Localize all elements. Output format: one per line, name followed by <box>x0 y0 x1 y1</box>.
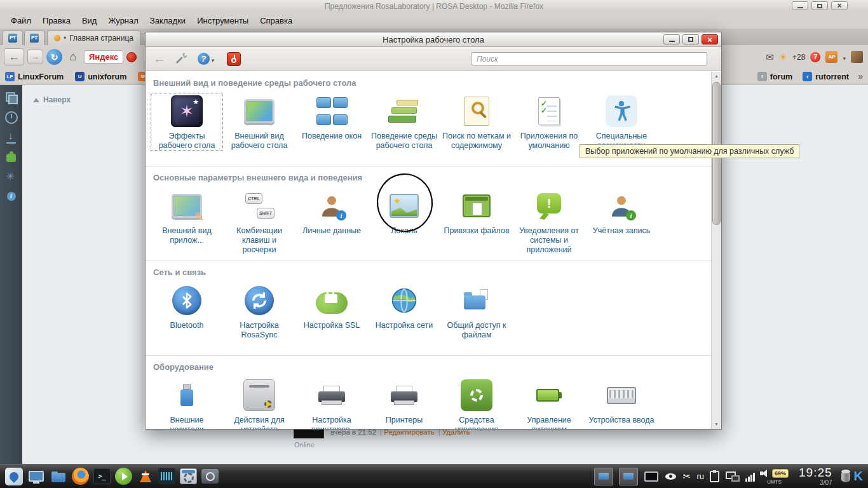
settings-item-bluetooth[interactable]: Bluetooth <box>151 282 223 330</box>
profile-avatar[interactable] <box>851 51 863 63</box>
vlc-icon[interactable] <box>137 468 154 485</box>
usb-device-icon[interactable] <box>710 470 720 483</box>
bookmarks-overflow-chevron[interactable]: » <box>858 71 863 81</box>
help-button[interactable] <box>198 53 214 65</box>
kb-layout-icon[interactable]: ru <box>696 471 704 481</box>
settings-item-locale[interactable]: ★Локаль <box>368 187 440 236</box>
menu-item-6[interactable]: Справка <box>254 15 298 27</box>
back-to-top-link[interactable]: Наверх <box>33 95 71 104</box>
settings-item-printer-config[interactable]: Настройка принтеров, <box>295 377 368 429</box>
forward-button[interactable] <box>27 50 43 64</box>
volume-icon[interactable] <box>760 468 771 478</box>
settings-item-workspace-appearance[interactable]: Внешний вид рабочего стола <box>223 93 295 151</box>
app-window-2-icon[interactable] <box>619 468 638 485</box>
settings-item-device-actions[interactable]: Действия для устройств <box>223 377 295 429</box>
terminal-icon[interactable] <box>93 468 111 484</box>
modem-signal-icon[interactable] <box>745 471 755 482</box>
downloads-panel-icon[interactable] <box>4 130 18 144</box>
desktop: Предложения RosaLaboratory | ROSA Deskto… <box>0 0 868 488</box>
settings-item-default-applications[interactable]: ✓✓Приложения по умолчанию <box>513 93 585 151</box>
settings-item-network[interactable]: Настройка сети <box>368 282 440 330</box>
menu-item-3[interactable]: Журнал <box>102 15 144 27</box>
bookmark-right-0[interactable]: fforum <box>757 72 792 81</box>
device-notifier-icon[interactable] <box>841 471 850 482</box>
menu-item-2[interactable]: Вид <box>76 15 103 27</box>
settings-item-shortcuts[interactable]: CTRLSHIFTКомбинации клавиш и росчерки <box>223 187 295 255</box>
rosa-menu-icon[interactable] <box>5 468 23 485</box>
menu-item-0[interactable]: Файл <box>5 15 37 27</box>
bookmark-right-1[interactable]: rrutorrent <box>803 72 849 81</box>
yandex-search-widget[interactable]: Яндекс <box>84 50 123 64</box>
settings-item-window-behavior[interactable]: Поведение окон <box>295 93 368 141</box>
settings-item-desktop-effects[interactable]: ✶★Эффекты рабочего стола <box>151 93 223 151</box>
dialog-minimize-button[interactable] <box>663 34 680 44</box>
pages-panel-icon[interactable] <box>4 91 18 105</box>
klipper-icon[interactable]: K <box>854 469 863 484</box>
settings-item-management[interactable]: Средства управления <box>440 377 513 429</box>
notification-count-badge[interactable]: 7 <box>810 52 820 62</box>
scissors-icon[interactable] <box>683 471 691 482</box>
settings-item-notifications[interactable]: !Уведомления от системы и приложений <box>513 187 585 255</box>
history-panel-icon[interactable] <box>4 111 18 125</box>
menu-item-5[interactable]: Инструменты <box>191 15 254 27</box>
maximize-button[interactable] <box>811 1 828 10</box>
chevron-down-icon[interactable] <box>843 51 846 63</box>
settings-item-ssl[interactable]: Настройка SSL <box>295 282 368 330</box>
settings-panel-icon[interactable] <box>4 170 18 184</box>
reload-icon[interactable] <box>46 49 62 65</box>
menu-item-4[interactable]: Закладки <box>144 15 191 27</box>
settings-item-application-appearance[interactable]: ✎Внешний вид прилож... <box>151 187 223 245</box>
quit-button[interactable] <box>227 52 241 66</box>
yandex-badge-icon[interactable] <box>126 52 137 62</box>
settings-item-file-sharing[interactable]: Общий доступ к файлам <box>440 282 513 340</box>
settings-item-printers[interactable]: Принтеры <box>368 377 440 425</box>
dialog-scrollbar[interactable] <box>711 72 721 429</box>
network-manager-icon[interactable] <box>726 470 740 483</box>
scroll-up-arrow-icon[interactable] <box>712 72 721 81</box>
audio-editor-icon[interactable] <box>158 468 175 484</box>
eye-icon[interactable] <box>665 470 677 483</box>
settings-item-accessibility[interactable]: Специальные возможности <box>585 93 658 151</box>
monitor-icon[interactable] <box>644 470 659 484</box>
configure-icon[interactable] <box>175 51 189 67</box>
settings-item-file-associations[interactable]: Привязки файлов <box>440 187 513 236</box>
volume-group[interactable]: 69% UMTS <box>760 468 789 485</box>
dialog-close-button[interactable] <box>702 34 718 44</box>
settings-item-input-devices[interactable]: Устройства ввода <box>585 377 658 425</box>
home-button[interactable] <box>65 48 81 65</box>
scroll-down-arrow-icon[interactable] <box>712 420 721 429</box>
minimize-button[interactable] <box>792 1 808 10</box>
file-manager-icon[interactable] <box>50 468 67 485</box>
settings-item-removable-media[interactable]: Внешние носители <box>151 377 223 429</box>
pinned-tab-1[interactable]: РТ <box>3 30 23 45</box>
bookmark-0[interactable]: LFLinuxForum <box>5 72 64 81</box>
addons-panel-icon[interactable] <box>4 150 18 164</box>
pinned-tab-2[interactable]: РТ <box>24 30 44 45</box>
dialog-titlebar[interactable]: Настройка рабочего стола <box>146 32 721 47</box>
settings-item-label: Внешний вид рабочего стола <box>225 132 294 151</box>
screenshot-tool-icon[interactable] <box>201 469 219 484</box>
system-settings-icon[interactable] <box>180 468 197 484</box>
back-button[interactable] <box>4 48 24 65</box>
media-player-icon[interactable] <box>115 468 132 485</box>
settings-item-power[interactable]: Управление питанием <box>513 377 585 429</box>
dialog-maximize-button[interactable] <box>682 34 699 44</box>
settings-search-input[interactable] <box>471 52 707 65</box>
info-panel-icon[interactable] <box>4 189 18 203</box>
settings-item-rosasync[interactable]: Настройка RosaSync <box>223 282 295 340</box>
tab-main-page[interactable]: • Главная страница <box>47 30 140 45</box>
settings-item-personal-info[interactable]: iЛичные данные <box>295 187 368 236</box>
dialog-back-button[interactable] <box>153 51 166 66</box>
mail-icon[interactable] <box>766 51 774 63</box>
account-avatar[interactable]: АР <box>825 51 837 63</box>
taskbar-clock[interactable]: 19:25 3/07 <box>799 466 832 486</box>
settings-item-account[interactable]: iУчётная запись <box>585 187 658 236</box>
settings-item-workspace-behavior[interactable]: Поведение среды рабочего стола <box>368 93 440 151</box>
firefox-icon[interactable] <box>72 468 89 485</box>
show-desktop-icon[interactable] <box>27 468 45 485</box>
close-button[interactable] <box>831 1 848 10</box>
menu-item-1[interactable]: Правка <box>37 15 76 27</box>
app-window-1-icon[interactable] <box>594 468 613 485</box>
bookmark-1[interactable]: Uunixforum <box>75 72 126 81</box>
settings-item-desktop-search[interactable]: Поиск по меткам и содержимому <box>440 93 513 151</box>
